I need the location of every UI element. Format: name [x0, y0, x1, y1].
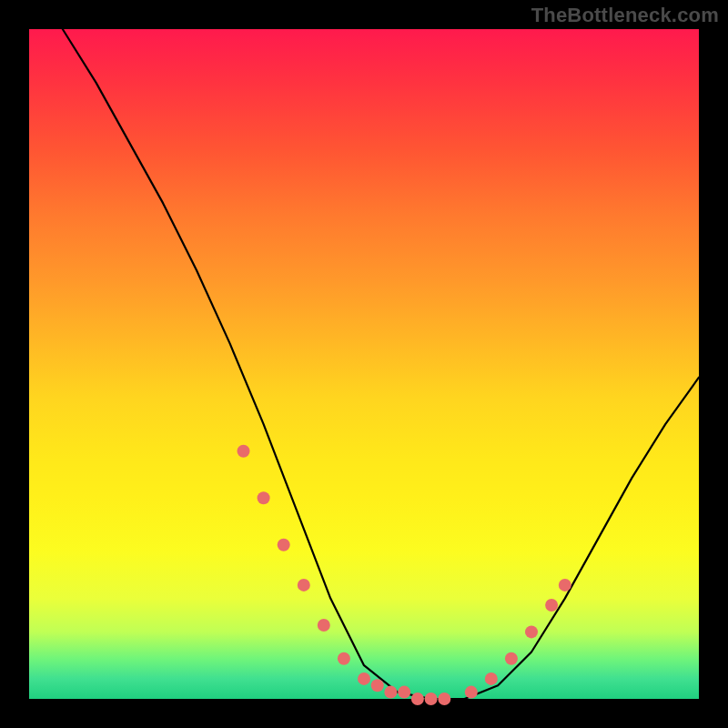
highlight-dot — [338, 652, 350, 665]
highlight-dot — [358, 672, 370, 685]
highlight-dot — [465, 686, 478, 699]
highlight-dot — [238, 445, 250, 458]
highlight-dot — [559, 579, 571, 592]
highlight-dot — [425, 693, 438, 705]
chart-svg — [29, 29, 699, 699]
plot-area — [29, 29, 699, 699]
highlight-dot — [384, 686, 397, 699]
highlight-dot — [411, 693, 424, 705]
highlight-dot — [398, 686, 410, 699]
highlight-dot — [298, 579, 310, 592]
highlight-dot — [545, 599, 558, 612]
highlight-dot — [258, 491, 270, 504]
highlight-dot — [371, 679, 384, 692]
highlight-dot — [525, 625, 538, 638]
bottleneck-curve-path — [63, 29, 699, 699]
highlight-dot — [318, 619, 330, 632]
watermark-text: TheBottleneck.com — [531, 4, 719, 27]
curve-line — [63, 29, 699, 699]
highlight-dot — [278, 539, 290, 551]
highlight-dot — [485, 672, 498, 685]
chart-frame: TheBottleneck.com — [0, 0, 728, 728]
highlight-dot — [505, 652, 518, 665]
highlight-dot — [438, 693, 450, 705]
